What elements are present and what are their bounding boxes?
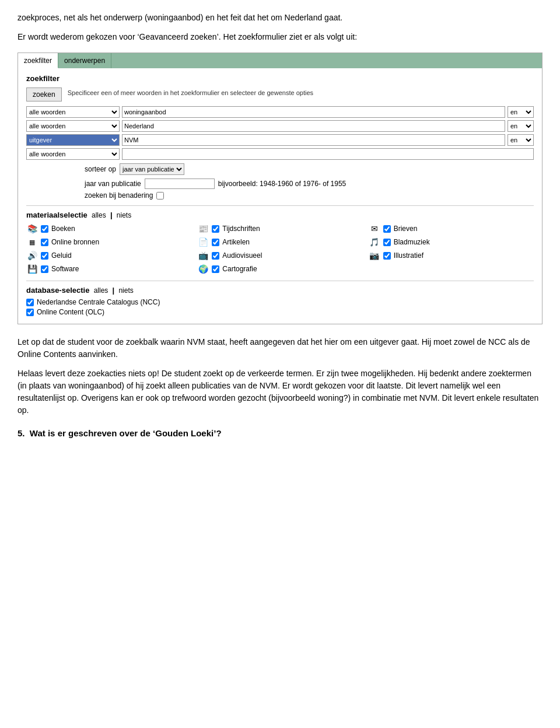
materiaal-alles-link[interactable]: alles (92, 211, 106, 219)
materiaal-geluid: 🔊 Geluid (26, 250, 191, 261)
search-main-row: zoeken Specificeer een of meer woorden i… (26, 88, 534, 102)
brieven-checkbox[interactable] (383, 225, 391, 233)
materiaal-audiovisueel: 📺 Audiovisueel (197, 250, 362, 261)
jaar-row: jaar van publicatie bijvoorbeeld: 1948-1… (85, 178, 534, 189)
brieven-label: Brieven (394, 225, 418, 233)
geluid-checkbox[interactable] (41, 252, 48, 260)
dropdown-1[interactable]: alle woorden (26, 106, 120, 118)
search-hint: Specificeer een of meer woorden in het z… (68, 88, 313, 96)
body-para2: Helaas levert deze zoekacties niets op! … (18, 368, 542, 416)
benadering-checkbox[interactable] (156, 192, 164, 200)
form-inner: zoekfilter zoeken Specificeer een of mee… (18, 68, 542, 324)
db-alles-link[interactable]: alles (94, 286, 108, 295)
olc-checkbox[interactable] (26, 309, 34, 316)
cartografie-icon: 🌍 (197, 263, 209, 275)
zoekfilter-label: zoekfilter (26, 74, 534, 83)
sorteer-select[interactable]: jaar van publicatie (120, 163, 184, 175)
zoeken-button[interactable]: zoeken (26, 88, 62, 102)
online-bronnen-checkbox[interactable] (41, 239, 48, 246)
search-row-1: alle woorden en (26, 106, 534, 118)
search-form: zoekfilter onderwerpen zoekfilter zoeken… (18, 52, 542, 324)
olc-label: Online Content (OLC) (37, 308, 104, 316)
benadering-row: zoeken bij benadering (85, 191, 534, 200)
jaar-input[interactable] (145, 178, 215, 189)
tijdschriften-icon: 📰 (197, 223, 209, 235)
db-olc: Online Content (OLC) (26, 308, 534, 316)
illustratief-label: Illustratief (394, 251, 424, 260)
audiovisueel-label: Audiovisueel (222, 251, 262, 260)
materiaal-artikelen: 📄 Artikelen (197, 236, 362, 248)
software-checkbox[interactable] (41, 265, 48, 273)
cartografie-checkbox[interactable] (212, 265, 219, 273)
materiaal-software: 💾 Software (26, 263, 191, 275)
sorteer-row: sorteer op jaar van publicatie (85, 163, 534, 175)
jaar-label: jaar van publicatie (85, 180, 141, 188)
body-para1: Let op dat de student voor de zoekbalk w… (18, 336, 542, 360)
dropdown-4[interactable]: alle woorden (26, 148, 120, 160)
illustratief-checkbox[interactable] (383, 252, 391, 260)
jaar-hint: bijvoorbeeld: 1948-1960 of 1976- of 1955 (218, 180, 346, 188)
tabs-bar: zoekfilter onderwerpen (18, 53, 542, 68)
materiaal-grid: 📚 Boeken 📰 Tijdschriften ✉ Brieven ▦ Onl… (26, 223, 534, 275)
dropdown-3[interactable]: uitgever (26, 134, 120, 146)
boeken-label: Boeken (51, 225, 75, 233)
materiaal-cartografie: 🌍 Cartografie (197, 263, 362, 275)
ncc-checkbox[interactable] (26, 299, 34, 306)
input-2[interactable] (122, 120, 505, 132)
materiaal-bladmuziek: 🎵 Bladmuziek (369, 236, 534, 248)
tab-onderwerpen[interactable]: onderwerpen (58, 53, 111, 68)
online-bronnen-label: Online bronnen (51, 238, 99, 246)
connector-1[interactable]: en (508, 106, 534, 118)
geluid-label: Geluid (51, 251, 72, 260)
search-row-4: alle woorden (26, 148, 534, 160)
boeken-icon: 📚 (26, 223, 38, 235)
bladmuziek-label: Bladmuziek (394, 238, 430, 246)
geluid-icon: 🔊 (26, 250, 38, 261)
intro-para2: Er wordt wederom gekozen voor ‘Geavancee… (18, 31, 542, 43)
input-1[interactable] (122, 106, 505, 118)
db-niets-link[interactable]: niets (118, 286, 133, 295)
bladmuziek-checkbox[interactable] (383, 239, 391, 246)
tijdschriften-label: Tijdschriften (222, 225, 260, 233)
db-ncc: Nederlandse Centrale Catalogus (NCC) (26, 298, 534, 306)
illustratief-icon: 📷 (369, 250, 380, 261)
materiaal-tijdschriften: 📰 Tijdschriften (197, 223, 362, 235)
materiaal-boeken: 📚 Boeken (26, 223, 191, 235)
brieven-icon: ✉ (369, 223, 380, 235)
materiaal-niets-link[interactable]: niets (117, 211, 131, 219)
artikelen-label: Artikelen (222, 238, 250, 246)
software-icon: 💾 (26, 263, 38, 275)
search-row-3: uitgever en (26, 134, 534, 146)
search-row-2: alle woorden en (26, 120, 534, 132)
audiovisueel-icon: 📺 (197, 250, 209, 261)
materiaal-section-label: materiaalselectie alles | niets (26, 211, 534, 219)
online-bronnen-icon: ▦ (26, 236, 38, 248)
intro-para1: zoekproces, net als het onderwerp (wonin… (18, 12, 542, 24)
input-4[interactable] (122, 148, 534, 160)
dropdown-2[interactable]: alle woorden (26, 120, 120, 132)
materiaal-illustratief: 📷 Illustratief (369, 250, 534, 261)
audiovisueel-checkbox[interactable] (212, 252, 219, 260)
input-3[interactable] (122, 134, 505, 146)
tab-zoekfilter[interactable]: zoekfilter (18, 53, 58, 68)
tijdschriften-checkbox[interactable] (212, 225, 219, 233)
database-section: Nederlandse Centrale Catalogus (NCC) Onl… (26, 298, 534, 316)
software-label: Software (51, 265, 79, 273)
search-rows: alle woorden en alle woorden en uitgever… (26, 106, 534, 160)
artikelen-icon: 📄 (197, 236, 209, 248)
database-section-label: database-selectie alles | niets (26, 286, 534, 295)
boeken-checkbox[interactable] (41, 225, 48, 233)
connector-2[interactable]: en (508, 120, 534, 132)
benadering-label: zoeken bij benadering (85, 191, 153, 200)
section5-heading: 5. Wat is er geschreven over de ‘Gouden … (18, 428, 542, 438)
artikelen-checkbox[interactable] (212, 239, 219, 246)
ncc-label: Nederlandse Centrale Catalogus (NCC) (37, 298, 160, 306)
bladmuziek-icon: 🎵 (369, 236, 380, 248)
materiaal-online-bronnen: ▦ Online bronnen (26, 236, 191, 248)
materiaal-brieven: ✉ Brieven (369, 223, 534, 235)
sorteer-label: sorteer op (85, 165, 116, 173)
cartografie-label: Cartografie (222, 265, 257, 273)
connector-3[interactable]: en (508, 134, 534, 146)
